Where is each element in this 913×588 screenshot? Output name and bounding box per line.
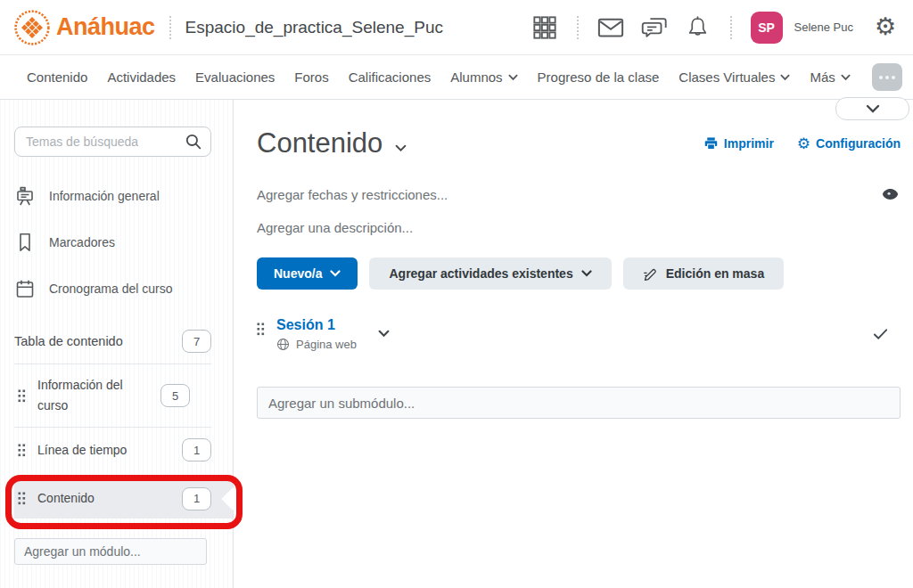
count-badge: 5 bbox=[160, 384, 190, 407]
nav-item-progreso-de-la-clase[interactable]: Progreso de la clase bbox=[538, 69, 660, 85]
bookmark-icon bbox=[14, 232, 36, 253]
count-badge: 1 bbox=[182, 487, 211, 510]
new-button[interactable]: Nuevo/a bbox=[257, 257, 358, 290]
chevron-down-icon bbox=[780, 74, 790, 81]
pencil-icon bbox=[643, 266, 658, 282]
nav-item-evaluaciones[interactable]: Evaluaciones bbox=[195, 69, 275, 85]
settings-gear-icon[interactable]: ⚙ bbox=[872, 14, 899, 41]
course-title[interactable]: Espacio_de_practica_Selene_Puc bbox=[185, 18, 443, 37]
add-module-input[interactable] bbox=[14, 538, 207, 565]
mail-icon[interactable] bbox=[597, 14, 624, 41]
search-input[interactable] bbox=[14, 127, 211, 157]
dotted-divider bbox=[730, 16, 732, 39]
sidebar-item-marcadores[interactable]: Marcadores bbox=[14, 219, 211, 265]
content-main: Contenido Imprimir ⚙ bbox=[234, 100, 913, 588]
print-button[interactable]: Imprimir bbox=[703, 136, 774, 151]
chat-icon[interactable] bbox=[641, 14, 668, 41]
bell-icon[interactable] bbox=[685, 14, 711, 41]
nav-item-contenido[interactable]: Contenido bbox=[27, 69, 87, 85]
dotted-divider bbox=[169, 16, 171, 39]
search-icon[interactable] bbox=[183, 131, 204, 152]
module-item-menu-chevron-icon[interactable] bbox=[378, 330, 390, 338]
chevron-down-icon bbox=[866, 104, 880, 113]
chevron-down-icon bbox=[330, 270, 341, 277]
drag-handle-icon[interactable] bbox=[18, 444, 26, 457]
add-existing-activities-button[interactable]: Agregar actividades existentes bbox=[369, 257, 611, 290]
top-header: Anáhuac Espacio_de_practica_Selene_Puc bbox=[0, 0, 913, 55]
content-sidebar: Información general Marcadores Cronog bbox=[0, 100, 234, 588]
nav-item-clases-virtuales[interactable]: Clases Virtuales bbox=[679, 69, 790, 85]
nav-item-mas[interactable]: Más bbox=[810, 69, 850, 85]
sidebar-item-cronograma-del-curso[interactable]: Cronograma del curso bbox=[14, 265, 211, 312]
count-badge: 7 bbox=[182, 330, 211, 353]
module-item-type: Página web bbox=[296, 338, 357, 351]
nav-item-calificaciones[interactable]: Calificaciones bbox=[349, 69, 432, 85]
module-item-link[interactable]: Sesión 1 bbox=[276, 317, 335, 332]
drag-handle-icon[interactable] bbox=[18, 492, 26, 505]
user-name[interactable]: Selene Puc bbox=[794, 20, 854, 34]
chevron-down-icon bbox=[508, 74, 518, 81]
visibility-eye-icon[interactable] bbox=[880, 186, 901, 202]
add-submodule-input[interactable] bbox=[257, 387, 901, 419]
title-menu-chevron-icon[interactable] bbox=[395, 144, 407, 152]
calendar-icon bbox=[14, 278, 36, 299]
user-avatar[interactable]: SP bbox=[751, 12, 783, 44]
sidebar-item-tabla-de-contenido[interactable]: Tabla de contenido 7 bbox=[14, 319, 211, 363]
nav-item-foros[interactable]: Foros bbox=[294, 69, 328, 85]
chevron-down-icon bbox=[841, 74, 851, 81]
bulk-edit-button[interactable]: Edición en masa bbox=[623, 257, 784, 290]
globe-icon bbox=[276, 338, 290, 351]
presentation-icon bbox=[14, 185, 36, 207]
chevron-down-icon bbox=[581, 270, 592, 277]
add-description-text[interactable]: Agregar una descripción... bbox=[257, 220, 413, 235]
anahuac-logo[interactable]: Anáhuac bbox=[14, 10, 155, 45]
nav-item-alumnos[interactable]: Alumnos bbox=[450, 69, 517, 85]
page-title: Contenido bbox=[257, 127, 382, 159]
module-item-row: Sesión 1 Página web bbox=[257, 317, 901, 351]
gear-icon: ⚙ bbox=[797, 136, 810, 151]
count-badge: 1 bbox=[182, 438, 211, 461]
nav-item-actividades[interactable]: Actividades bbox=[107, 69, 176, 85]
published-check-icon bbox=[873, 328, 901, 340]
dotted-divider bbox=[577, 16, 579, 39]
anahuac-seal-icon bbox=[14, 10, 50, 45]
logo-wordmark: Anáhuac bbox=[56, 13, 155, 41]
collapse-navbar-button[interactable] bbox=[835, 97, 909, 120]
sidebar-module-informacion-del-curso[interactable]: Información del curso 5 bbox=[14, 364, 211, 427]
apps-grid-icon[interactable] bbox=[531, 14, 558, 41]
navbar-overflow-button[interactable] bbox=[872, 63, 902, 91]
course-navbar: Contenido Actividades Evaluaciones Foros… bbox=[0, 55, 913, 100]
drag-handle-icon[interactable] bbox=[257, 323, 265, 336]
add-dates-restrictions-text[interactable]: Agregar fechas y restricciones... bbox=[257, 187, 448, 202]
printer-icon bbox=[703, 136, 719, 151]
drag-handle-icon[interactable] bbox=[18, 389, 26, 403]
settings-button[interactable]: ⚙ Configuración bbox=[797, 136, 901, 151]
sidebar-module-contenido[interactable]: Contenido 1 bbox=[14, 478, 233, 519]
sidebar-module-linea-de-tiempo[interactable]: Línea de tiempo 1 bbox=[14, 428, 211, 472]
sidebar-item-informacion-general[interactable]: Información general bbox=[14, 173, 211, 219]
